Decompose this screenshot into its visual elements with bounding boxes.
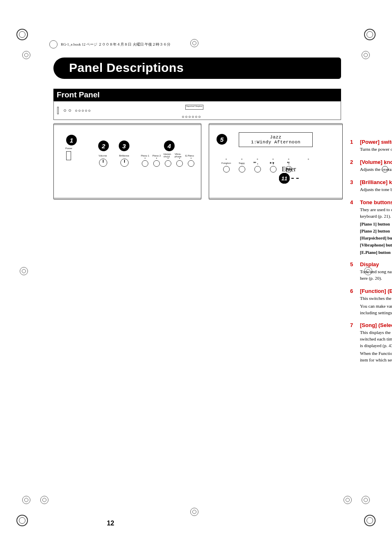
tone-button-icon [188, 160, 194, 167]
chapter-title: Panel Descriptions [69, 61, 331, 75]
registration-mark-icon [22, 51, 30, 59]
registration-mark-icon [344, 496, 352, 504]
item-number: 4 [350, 199, 360, 256]
item-title: [Song] (Select -) button [360, 322, 392, 328]
next-button-icon370-icon: Exit − Value + Enter 6 77 8 9 10 11 [286, 166, 292, 173]
description-item: 1[Power] switchTurns the power on/off (p… [350, 139, 392, 154]
registration-mark-icon [40, 496, 48, 504]
crop-mark-icon [364, 515, 376, 526]
registration-mark-icon [190, 508, 198, 516]
callout-4: 4 [164, 140, 175, 151]
registration-mark-icon [362, 496, 370, 504]
item-description: Turns the power on/off (p. 16). [360, 146, 392, 153]
item-number: 7 [350, 322, 360, 365]
registration-mark-icon [20, 267, 28, 275]
callout-1: 1 [66, 135, 77, 145]
item-title: [Power] switch [360, 139, 392, 145]
item-description: This displays the Song Select screen (p.… [360, 329, 392, 364]
callout-5: 5 [217, 134, 227, 145]
crop-mark-icon [364, 29, 376, 40]
lcd-display: Jazz 1:Windy Afternoon [239, 132, 313, 147]
registration-mark-icon [362, 51, 370, 59]
enter-button-icon [382, 166, 388, 173]
crop-mark-icon [16, 515, 28, 526]
function-button-icon [223, 166, 230, 173]
tone-button-icon [176, 160, 183, 167]
volume-knob-icon [99, 159, 107, 167]
song-button-icon [239, 166, 245, 173]
crop-mark-icon [16, 29, 28, 40]
section-title: Front Panel [57, 90, 338, 99]
brilliance-knob-icon [120, 159, 129, 167]
item-number: 3 [350, 179, 360, 194]
right-panel-diagram: 5 Jazz 1:Windy Afternoon Function Song ⏮… [209, 123, 343, 200]
description-item: 7[Song] (Select -) buttonThis displays t… [350, 322, 392, 365]
tone-button-icon [153, 160, 160, 167]
header-metadata: RG-1_e.book 12 ページ ２００８年４月８日 火曜日 午後２時３６分 [49, 40, 171, 48]
item-title: [Brilliance] knob [360, 179, 392, 185]
item-title: [Volume] knob [360, 159, 392, 165]
description-item: 4Tone buttonsThey are used to choose the… [350, 199, 392, 256]
item-title: Tone buttons [360, 199, 392, 205]
tone-button-icon [165, 160, 171, 167]
page-number: 12 [107, 520, 114, 527]
registration-mark-icon [190, 39, 198, 47]
item-description: This switches the RG-1 to the Function s… [360, 295, 392, 316]
description-item: 5DisplayTone and song names and the valu… [350, 261, 392, 283]
callout-2: 2 [98, 140, 109, 151]
chapter-title-bar: Panel Descriptions [53, 58, 341, 79]
playstop-button-icon [270, 166, 277, 173]
left-panel-diagram: 1 Power 2 Volume 3 Brilliance 4 Piano 1 … [53, 123, 201, 200]
panel-overview-diagram: Harpsichord Vibraphone [53, 101, 341, 120]
lcd-line1: Jazz [239, 135, 312, 140]
item-description: Adjusts the tone brightness (p. 16). [360, 187, 392, 193]
item-number: 6 [350, 288, 360, 318]
description-item: 3[Brilliance] knobAdjusts the tone brigh… [350, 179, 392, 194]
item-description: They are used to choose the kinds of ton… [360, 207, 392, 220]
item-number: 1 [350, 139, 360, 154]
tone-button-icon [142, 160, 148, 167]
item-number: 2 [350, 159, 360, 174]
item-description: Tone and song names and the values of va… [360, 269, 392, 282]
section-title-bar: Front Panel [53, 89, 341, 101]
item-title: Display [360, 261, 392, 267]
description-item: 6[Function] (Exit) buttonThis switches t… [350, 288, 392, 318]
prev-button-icon [254, 166, 261, 173]
registration-mark-icon [22, 496, 30, 504]
callout-3: 3 [119, 140, 129, 151]
lcd-line2: 1:Windy Afternoon [239, 140, 312, 145]
item-title: [Function] (Exit) button [360, 288, 392, 294]
callout-11: 11 [279, 173, 290, 184]
item-number: 5 [350, 261, 360, 283]
item-sublist: [Piano 1] button[Piano 2] button[Harpsic… [360, 221, 392, 256]
